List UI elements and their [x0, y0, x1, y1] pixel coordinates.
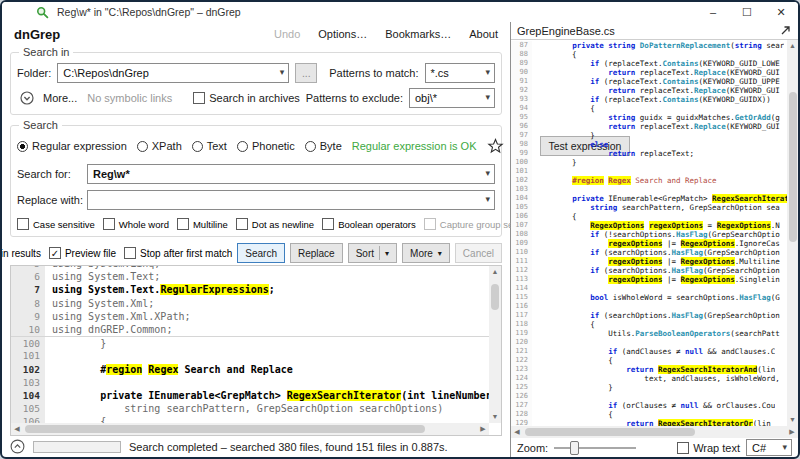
results-vertical-scrollbar[interactable]: ▲ ▼ — [489, 266, 501, 423]
scroll-down-icon[interactable]: ▼ — [787, 414, 799, 426]
line-number: 106 — [511, 212, 532, 221]
syntax-combo[interactable]: C#▾ — [746, 439, 792, 456]
line-number: 93 — [511, 95, 532, 104]
checkbox-icon — [322, 218, 334, 230]
replace-button[interactable]: Replace — [290, 243, 343, 263]
zoom-slider[interactable] — [554, 441, 636, 455]
action-toggle-checkbox[interactable]: Stop after first match — [124, 247, 232, 259]
more-expander-icon[interactable] — [17, 88, 37, 108]
code-line: 112 if (searchOptions.HasFlag(GrepSearch… — [511, 266, 787, 275]
line-number: 97 — [511, 131, 532, 140]
code-line[interactable]: 104 private IEnumerable<GrepMatch> Regex… — [11, 389, 489, 402]
scroll-down-icon[interactable]: ▼ — [489, 411, 501, 423]
menu-options[interactable]: Options… — [318, 28, 367, 40]
more-actions-button[interactable]: More▾ — [402, 243, 450, 263]
more-label[interactable]: More... — [43, 92, 77, 104]
patterns-exclude-combo[interactable]: obj\*▾ — [409, 88, 495, 108]
search-type-radio[interactable]: Byte — [305, 140, 342, 152]
preview-horizontal-scrollbar[interactable]: ◀ ▶ — [511, 426, 798, 438]
action-toggle-checkbox[interactable]: Search in results — [2, 247, 41, 259]
code-line: 89 if (replaceText.Contains(KEYWORD_GUID… — [511, 59, 787, 68]
checkbox-icon: ✓ — [49, 247, 61, 259]
code-line[interactable]: 10using dnGREP.Common; — [11, 323, 489, 336]
popout-window-icon[interactable] — [779, 24, 792, 37]
line-number: 88 — [511, 50, 532, 59]
checkbox-icon — [124, 247, 136, 259]
code-line[interactable]: 6using System.Text; — [11, 270, 489, 283]
scrollbar-thumb[interactable] — [491, 284, 499, 310]
slider-thumb[interactable] — [570, 441, 579, 455]
code-line: 94 { — [511, 104, 787, 113]
browse-folder-button[interactable]: ... — [295, 63, 317, 83]
code-line: 108 if (!searchOptions.HasFlag(GrepSearc… — [511, 230, 787, 239]
scroll-left-icon[interactable]: ◀ — [511, 426, 523, 438]
search-flag-checkbox[interactable]: Multiline — [177, 218, 228, 230]
expand-status-icon[interactable] — [10, 439, 25, 454]
search-for-label: Search for: — [17, 168, 79, 180]
menu-about[interactable]: About — [469, 28, 498, 40]
action-toggle-checkbox[interactable]: ✓Preview file — [49, 247, 116, 259]
menu-bookmarks[interactable]: Bookmarks… — [385, 28, 451, 40]
code-line[interactable]: 103 — [11, 376, 489, 389]
replace-with-combo[interactable]: ▾ — [87, 190, 495, 210]
code-line[interactable]: 9using System.Xml.XPath; — [11, 310, 489, 323]
code-line: 114 — [511, 284, 787, 293]
scroll-left-icon[interactable]: ◀ — [11, 423, 23, 435]
line-number: 91 — [511, 77, 532, 86]
minimize-button[interactable]: – — [696, 2, 730, 22]
chevron-down-icon: ▾ — [438, 249, 442, 258]
search-in-archives-checkbox[interactable]: Search in archives — [193, 92, 300, 104]
search-flag-checkbox[interactable]: Dot as newline — [236, 218, 314, 230]
search-flag-checkbox[interactable]: Boolean operators — [322, 218, 416, 230]
search-flag-checkbox[interactable]: Whole word — [103, 218, 169, 230]
scrollbar-thumb[interactable] — [789, 92, 797, 242]
line-number: 105 — [11, 402, 45, 415]
preview-code-area: 87 private string DoPatternReplacement(s… — [511, 40, 798, 426]
search-type-radio[interactable]: XPath — [137, 140, 182, 152]
line-number: 103 — [11, 376, 45, 389]
code-line: 105 string searchPattern, GrepSearchOpti… — [511, 203, 787, 212]
scroll-right-icon[interactable]: ▶ — [786, 426, 798, 438]
results-view: 5using System.Linq;6using System.Text;7u… — [10, 265, 502, 436]
line-number: 107 — [511, 221, 532, 230]
code-line: 99 return replaceText; — [511, 149, 787, 158]
status-bar: Search completed – searched 380 files, f… — [2, 436, 510, 457]
code-line[interactable]: 105 string searchPattern, GrepSearchOpti… — [11, 402, 489, 415]
code-line[interactable]: 101 — [11, 349, 489, 362]
search-button[interactable]: Search — [237, 243, 285, 263]
code-line: 125 } — [511, 383, 787, 392]
code-line[interactable]: 102 #region Regex Search and Replace — [11, 363, 489, 376]
wrap-text-checkbox[interactable]: Wrap text — [677, 442, 740, 454]
progress-bar — [33, 441, 121, 453]
search-type-radio[interactable]: Text — [192, 140, 227, 152]
line-number: 110 — [511, 248, 532, 257]
line-number: 100 — [11, 337, 45, 349]
scrollbar-thumb[interactable] — [25, 425, 425, 433]
close-button[interactable]: ✕ — [764, 2, 798, 22]
menu-undo: Undo — [274, 28, 300, 40]
favorite-star-icon[interactable] — [487, 136, 504, 156]
line-number: 7 — [11, 283, 45, 296]
maximize-button[interactable]: ☐ — [730, 2, 764, 22]
search-type-radio[interactable]: Phonetic — [237, 140, 295, 152]
patterns-match-combo[interactable]: *.cs▾ — [425, 63, 495, 83]
code-line[interactable]: 100 } — [11, 336, 489, 349]
scroll-up-icon[interactable]: ▲ — [787, 40, 799, 52]
code-line: 124 text, andClauses, isWholeWord, — [511, 374, 787, 383]
chevron-down-icon: ▾ — [385, 249, 389, 258]
scroll-up-icon[interactable]: ▲ — [489, 266, 501, 278]
search-type-radio[interactable]: Regular expression — [17, 140, 127, 152]
code-line[interactable]: 106 { — [11, 415, 489, 423]
code-line[interactable]: 7using System.Text.RegularExpressions; — [11, 283, 489, 296]
scrollbar-thumb[interactable] — [525, 428, 695, 436]
code-line[interactable]: 8using System.Xml; — [11, 297, 489, 310]
scroll-right-icon[interactable]: ▶ — [477, 423, 489, 435]
search-for-combo[interactable]: Reg\w*▾ — [87, 164, 495, 184]
sort-button[interactable]: Sort▾ — [348, 243, 397, 263]
preview-vertical-scrollbar[interactable]: ▲ ▼ — [787, 40, 798, 426]
window-title: Reg\w* in "C:\Repos\dnGrep" – dnGrep — [57, 6, 241, 18]
search-flag-checkbox[interactable]: Case sensitive — [17, 218, 95, 230]
folder-combo[interactable]: C:\Repos\dnGrep▾ — [57, 63, 289, 83]
checkbox-icon — [236, 218, 248, 230]
results-horizontal-scrollbar[interactable]: ◀ ▶ — [11, 423, 489, 435]
